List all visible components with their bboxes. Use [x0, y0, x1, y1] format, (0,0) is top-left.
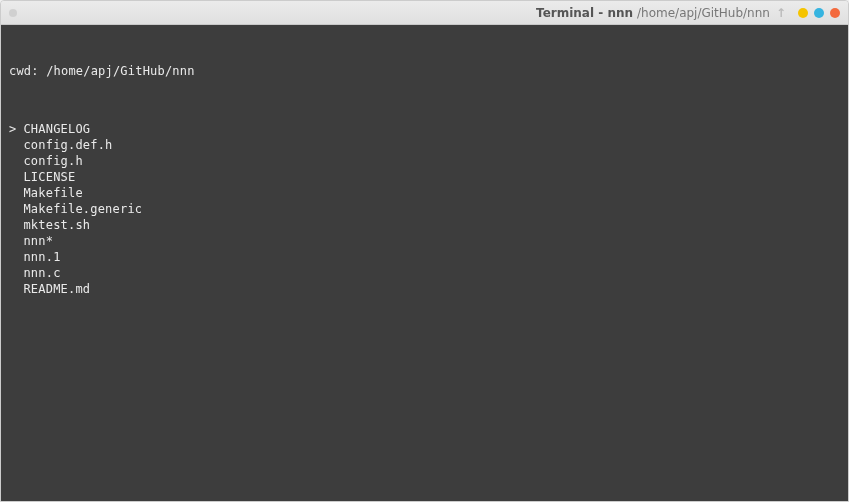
list-item[interactable]: Makefile.generic	[9, 201, 840, 217]
selection-caret-icon	[9, 233, 23, 249]
close-button[interactable]	[830, 8, 840, 18]
titlebar[interactable]: Terminal - nnn /home/apj/GitHub/nnn ↑	[1, 1, 848, 25]
selection-caret-icon	[9, 281, 23, 297]
selection-caret-icon	[9, 185, 23, 201]
cwd-line: cwd: /home/apj/GitHub/nnn	[9, 63, 840, 79]
selection-caret-icon	[9, 201, 23, 217]
window-title-app: Terminal - nnn	[536, 6, 633, 20]
maximize-button[interactable]	[814, 8, 824, 18]
selection-caret-icon	[9, 217, 23, 233]
window-title-path: /home/apj/GitHub/nnn	[637, 6, 770, 20]
cwd-prefix: cwd:	[9, 64, 46, 78]
file-name: nnn.c	[23, 266, 60, 280]
selection-caret-icon: >	[9, 121, 23, 137]
file-name: Makefile	[23, 186, 82, 200]
file-list: > CHANGELOG config.def.h config.h LICENS…	[9, 121, 840, 297]
list-item[interactable]: mktest.sh	[9, 217, 840, 233]
minimize-button[interactable]	[798, 8, 808, 18]
selection-caret-icon	[9, 249, 23, 265]
titlebar-left-dot-icon	[9, 9, 17, 17]
list-item[interactable]: config.def.h	[9, 137, 840, 153]
list-item[interactable]: README.md	[9, 281, 840, 297]
list-item[interactable]: nnn.1	[9, 249, 840, 265]
selection-caret-icon	[9, 137, 23, 153]
list-item[interactable]: LICENSE	[9, 169, 840, 185]
selection-caret-icon	[9, 153, 23, 169]
list-item[interactable]: Makefile	[9, 185, 840, 201]
file-name: Makefile.generic	[23, 202, 142, 216]
file-name: nnn.1	[23, 250, 60, 264]
terminal-body[interactable]: cwd: /home/apj/GitHub/nnn > CHANGELOG co…	[1, 25, 848, 501]
list-item[interactable]: nnn*	[9, 233, 840, 249]
file-name: config.h	[23, 154, 82, 168]
file-name: CHANGELOG	[23, 122, 90, 136]
list-item[interactable]: > CHANGELOG	[9, 121, 840, 137]
file-name: README.md	[23, 282, 90, 296]
file-name: mktest.sh	[23, 218, 90, 232]
up-arrow-icon: ↑	[776, 6, 786, 20]
file-name: LICENSE	[23, 170, 75, 184]
terminal-window: Terminal - nnn /home/apj/GitHub/nnn ↑ cw…	[0, 0, 849, 502]
list-item[interactable]: config.h	[9, 153, 840, 169]
selection-caret-icon	[9, 265, 23, 281]
cwd-path: /home/apj/GitHub/nnn	[46, 64, 195, 78]
selection-caret-icon	[9, 169, 23, 185]
file-name: config.def.h	[23, 138, 112, 152]
file-name: nnn*	[23, 234, 53, 248]
list-item[interactable]: nnn.c	[9, 265, 840, 281]
